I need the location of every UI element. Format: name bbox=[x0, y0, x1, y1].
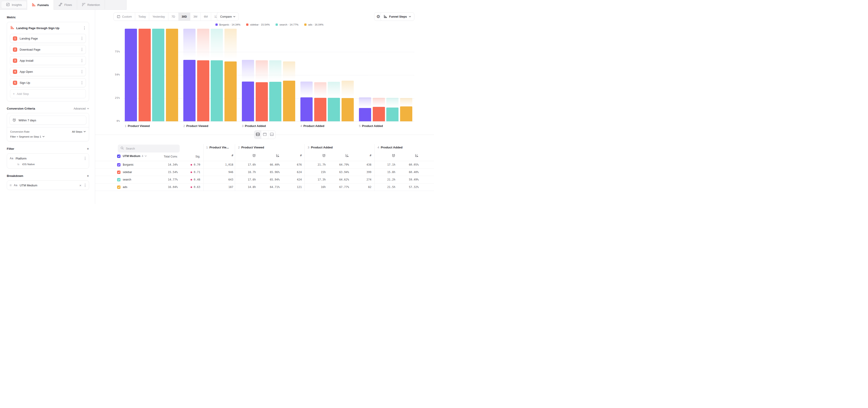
tab-retention[interactable]: Retention bbox=[77, 0, 105, 9]
column-header-count[interactable]: # bbox=[300, 154, 302, 157]
funnel-step-download-page[interactable]: 2Download Page bbox=[10, 45, 86, 54]
legend-item-sidebar[interactable]: sidebar · 15.54% bbox=[246, 23, 270, 26]
g2-time-value: 14.8h bbox=[248, 183, 256, 191]
compare-button[interactable]: Compare bbox=[217, 12, 239, 21]
conversion-rate-scope-dropdown[interactable]: All Steps bbox=[72, 130, 86, 133]
total-conv-value: 16.04% bbox=[168, 183, 178, 191]
filter-segment-step-dropdown[interactable]: Filter + Segment on Step 1 bbox=[10, 135, 86, 138]
sig-header[interactable]: Sig. bbox=[195, 155, 200, 158]
kebab-menu-icon[interactable] bbox=[81, 47, 83, 52]
kebab-menu-icon[interactable] bbox=[81, 80, 83, 85]
table-row-sidebar[interactable]: sidebar15.54%0.7194618.7h65.96%62415h63.… bbox=[95, 168, 434, 176]
chart-only-view-button[interactable] bbox=[261, 131, 268, 139]
insights-icon bbox=[6, 3, 10, 7]
add-filter-button[interactable]: + bbox=[87, 147, 89, 151]
filter-property[interactable]: Platform bbox=[16, 157, 82, 160]
tab-insights[interactable]: Insights bbox=[1, 1, 27, 9]
table-row-search[interactable]: search14.77%0.4864317.6h65.94%42417.3h64… bbox=[95, 176, 434, 183]
bar-organic-step4[interactable] bbox=[301, 97, 313, 121]
range-6m[interactable]: 6M bbox=[201, 13, 211, 21]
legend-item-ads[interactable]: ads · 16.04% bbox=[304, 23, 323, 26]
range-today[interactable]: Today bbox=[135, 13, 149, 21]
funnel-step-app-install[interactable]: 3App Install bbox=[10, 56, 86, 65]
total-conv-header[interactable]: Total Conv. bbox=[164, 155, 178, 158]
bar-ads-step1[interactable] bbox=[166, 29, 178, 121]
bar-search-step4[interactable] bbox=[328, 98, 340, 121]
column-header-conv[interactable]: % bbox=[415, 154, 418, 158]
column-header-time[interactable] bbox=[392, 154, 395, 158]
column-header-time[interactable] bbox=[322, 154, 326, 158]
remove-breakdown-icon[interactable]: × bbox=[79, 183, 82, 187]
column-header-time[interactable] bbox=[252, 154, 256, 158]
bar-sidebar-step4[interactable] bbox=[314, 98, 327, 121]
g2-conv-value: 64.71% bbox=[270, 183, 280, 191]
add-breakdown-button[interactable]: + bbox=[87, 174, 89, 178]
kebab-menu-icon[interactable] bbox=[81, 36, 83, 41]
y-axis-tick: 25% bbox=[102, 97, 120, 99]
table-only-view-button[interactable] bbox=[268, 131, 275, 139]
range-7d[interactable]: 7D bbox=[168, 13, 179, 21]
column-header-conv[interactable]: % bbox=[345, 154, 349, 158]
table-row-organic[interactable]: $organic14.34%0.701,01817.6h66.40%67621.… bbox=[95, 161, 434, 168]
tab-funnels[interactable]: Funnels bbox=[27, 0, 54, 10]
funnel-step-sign-up[interactable]: 5Sign Up bbox=[10, 78, 86, 87]
bar-sidebar-step2[interactable] bbox=[197, 60, 209, 121]
bar-ads-step4[interactable] bbox=[342, 98, 354, 121]
row-checkbox[interactable] bbox=[117, 171, 121, 174]
kebab-menu-icon[interactable] bbox=[84, 183, 86, 188]
funnel-step-landing-page[interactable]: 1Landing Page bbox=[10, 34, 86, 43]
breakdown-property[interactable]: UTM Medium bbox=[20, 184, 76, 187]
legend-item-organic[interactable]: $organic · 14.34% bbox=[215, 23, 240, 26]
legend-swatch bbox=[215, 24, 218, 26]
g1-count-value: 643 bbox=[228, 176, 233, 183]
bar-organic-step3[interactable] bbox=[242, 81, 254, 121]
bar-ads-step3[interactable] bbox=[283, 81, 295, 121]
bar-search-step3[interactable] bbox=[269, 82, 281, 121]
range-yesterday[interactable]: Yesterday bbox=[149, 13, 168, 21]
bar-ads-step2[interactable] bbox=[224, 62, 237, 121]
column-header-conv[interactable]: % bbox=[276, 154, 280, 158]
breakdown-column-header[interactable]: UTM Medium4 bbox=[123, 155, 147, 158]
split-view-button[interactable] bbox=[254, 131, 261, 139]
search-input[interactable] bbox=[126, 147, 177, 150]
table-search[interactable] bbox=[118, 145, 180, 152]
advanced-dropdown[interactable]: Advanced bbox=[74, 107, 89, 110]
add-step-button[interactable]: + Add Step bbox=[10, 89, 86, 98]
bar-organic-step1[interactable] bbox=[125, 29, 137, 121]
row-checkbox[interactable] bbox=[117, 185, 121, 189]
bar-search-step5[interactable] bbox=[386, 107, 399, 121]
kebab-menu-icon[interactable] bbox=[81, 69, 83, 74]
bar-search-step2[interactable] bbox=[211, 60, 223, 121]
row-checkbox[interactable] bbox=[117, 178, 121, 181]
filter-value[interactable]: iOS Native bbox=[22, 163, 35, 166]
select-all-checkbox[interactable] bbox=[117, 155, 121, 158]
range-30d[interactable]: 30D bbox=[179, 13, 190, 21]
bar-organic-step5[interactable] bbox=[359, 108, 371, 121]
bar-organic-step2[interactable] bbox=[183, 60, 195, 121]
column-header-count[interactable]: # bbox=[231, 154, 233, 157]
drag-handle-icon[interactable] bbox=[10, 184, 11, 186]
funnel-step-app-open[interactable]: 4App Open bbox=[10, 67, 86, 76]
chart-type-button[interactable]: Funnel Steps bbox=[380, 12, 414, 21]
row-checkbox[interactable] bbox=[117, 163, 121, 167]
range-3m[interactable]: 3M bbox=[190, 13, 201, 21]
bar-sidebar-step3[interactable] bbox=[256, 82, 268, 121]
kebab-menu-icon[interactable] bbox=[84, 156, 86, 161]
bar-search-step1[interactable] bbox=[152, 29, 164, 121]
bar-ads-step5[interactable] bbox=[400, 106, 412, 121]
column-header-count[interactable]: # bbox=[370, 154, 371, 157]
conversion-window-button[interactable]: Within 7 days bbox=[9, 116, 86, 125]
tab-flows[interactable]: Flows bbox=[54, 0, 77, 9]
text-type-icon: Aa bbox=[10, 157, 13, 160]
count-icon: # bbox=[370, 154, 371, 157]
legend-item-search[interactable]: search · 14.77% bbox=[276, 23, 298, 26]
bar-sidebar-step5[interactable] bbox=[373, 107, 385, 121]
bar-sidebar-step1[interactable] bbox=[138, 29, 151, 121]
segment-name: ads bbox=[123, 183, 127, 191]
kebab-menu-icon[interactable] bbox=[81, 58, 83, 63]
chevron-down-icon bbox=[87, 108, 89, 109]
kebab-menu-icon[interactable] bbox=[84, 26, 86, 31]
table-row-ads[interactable]: ads16.04%0.6318714.8h64.71%12116h67.77%8… bbox=[95, 183, 434, 191]
calendar-icon bbox=[117, 15, 120, 18]
range-custom[interactable]: Custom bbox=[114, 13, 135, 21]
